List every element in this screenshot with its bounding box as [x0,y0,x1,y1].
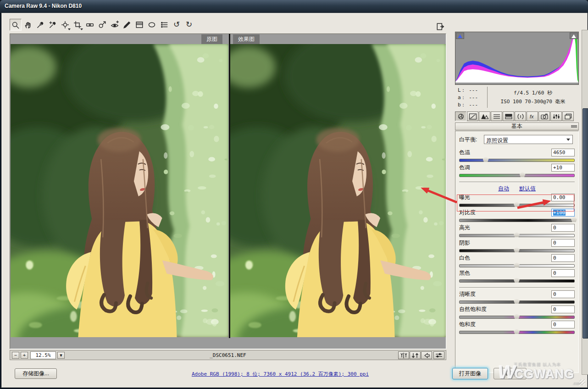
vibrance-slider[interactable] [459,316,575,319]
exif-exposure: f/4.5 1/60 秒 [488,89,578,97]
auto-link[interactable]: 自动 [498,185,509,192]
histogram-channel-white [455,36,578,83]
tint-slider-thumb[interactable] [520,172,526,177]
adjustment-brush-tool[interactable] [121,19,133,31]
blacks-value-input[interactable]: 0 [551,269,575,277]
temp-slider-thumb[interactable] [483,157,489,162]
highlights-value-input[interactable]: 0 [551,224,575,232]
toolbar: ↺↻ [10,19,446,33]
toggle-fullscreen-button[interactable] [435,21,446,31]
vibrance-value-input[interactable]: 0 [551,306,575,313]
lab-row: L： --- [458,87,485,94]
scrollbar-thumb[interactable] [582,108,588,339]
contrast-slider-thumb[interactable] [571,217,577,222]
shadow-clipping-toggle[interactable] [456,33,464,39]
exposure-label: 曝光 [459,194,470,200]
radial-filter-tool[interactable] [146,19,158,31]
contrast-slider[interactable] [459,219,575,222]
lab-row: a： --- [458,94,485,101]
swap-views-button[interactable] [410,351,421,359]
clarity-slider-thumb[interactable] [514,299,520,304]
cancel-button[interactable]: 取消 [494,368,527,379]
tab-original[interactable]: 原图 [201,34,222,44]
panel-tab-effects[interactable]: fx [527,111,538,121]
preview-status-bar: − + 12.5% ▾ _DSC0651.NEF [10,350,446,360]
shadows-slider-thumb[interactable] [514,247,520,252]
panel-tab-basic[interactable] [455,111,466,121]
open-image-button[interactable]: 打开图像 [452,368,488,379]
white-balance-label: 白平衡: [459,136,477,143]
straighten-tool[interactable] [84,19,96,31]
whites-value-input[interactable]: 0 [551,254,575,262]
saturation-slider-thumb[interactable] [514,329,520,334]
targeted-adjustment-tool[interactable] [59,19,71,31]
panel-tab-lens-corrections[interactable] [515,111,526,121]
saturation-slider[interactable] [459,331,575,334]
split-view-button[interactable] [398,351,409,359]
blacks-slider-thumb[interactable] [514,278,520,283]
red-eye-tool[interactable] [109,19,121,31]
temp-value-input[interactable]: 4650 [551,149,575,156]
workflow-options-link[interactable]: Adobe RGB (1998); 8 位; 7360 x 4912 (36.2… [152,371,409,378]
rotate-cw-tool[interactable]: ↻ [183,19,195,31]
crop-tool[interactable] [72,19,83,31]
copy-settings-button[interactable] [421,351,432,359]
white-balance-row: 白平衡: 原照设置 [459,135,575,149]
panel-tab-split-toning[interactable] [503,111,514,121]
shadows-value-input[interactable]: 0 [551,239,575,247]
panel-tab-snapshots[interactable] [562,111,574,121]
clarity-slider[interactable] [459,300,575,304]
tint-value-input[interactable]: +10 [551,164,575,172]
zoom-tool[interactable] [10,19,22,31]
tab-result[interactable]: 效果图 [233,34,260,44]
panel-tab-hsl-grayscale[interactable] [491,111,502,121]
white-balance-tool[interactable] [34,19,46,31]
hand-tool[interactable] [22,19,34,31]
whites-slider-thumb[interactable] [514,262,520,267]
blacks-label: 黑色 [459,270,470,276]
camera-raw-window: Camera Raw 9.4 - Nikon D810 ↺↻ 原图 效果图 [0,0,588,389]
contrast-value-input[interactable]: +100 [551,209,575,217]
saturation-value-input[interactable]: 0 [551,321,575,328]
slider-row-contrast: 对比度+100 [459,209,575,224]
panel-scrollbar[interactable] [582,30,588,375]
highlight-clipping-toggle[interactable] [570,33,578,39]
panel-tab-detail[interactable] [479,111,490,121]
save-image-button[interactable]: 存储图像... [15,368,57,379]
photo-pane-result[interactable] [230,44,446,337]
slider-row-tint: 色调+10 [459,164,575,179]
highlights-slider[interactable] [459,234,575,237]
preview-preferences-button[interactable] [433,351,444,359]
preferences-tool[interactable] [158,19,170,31]
defaults-link[interactable]: 默认值 [519,185,536,192]
graduated-filter-tool[interactable] [133,19,145,31]
whites-slider[interactable] [459,264,575,267]
histogram-plot [455,32,578,84]
highlights-slider-thumb[interactable] [514,232,520,237]
lab-readout: L： ---a： ---b： --- [458,87,485,109]
panel-tab-camera-calibration[interactable] [538,111,550,121]
window-titlebar[interactable]: Camera Raw 9.4 - Nikon D810 [0,0,588,13]
panel-tab-tone-curve[interactable] [467,111,478,121]
panel-tab-presets[interactable] [550,111,562,121]
blacks-slider[interactable] [459,279,575,283]
slider-row-shadows: 阴影0 [459,239,575,254]
exposure-value-input[interactable]: 0.00 [551,194,575,201]
photo-pane-original[interactable] [11,44,228,337]
exposure-slider[interactable] [459,204,575,207]
spot-removal-tool[interactable] [96,19,108,31]
contrast-label: 对比度 [459,209,476,216]
histogram[interactable] [455,32,579,85]
color-sampler-tool[interactable] [47,19,59,31]
rotate-ccw-tool[interactable]: ↺ [171,19,183,31]
white-balance-select[interactable]: 原照设置 [484,135,573,144]
temp-slider[interactable] [459,159,575,162]
panel-menu-icon[interactable] [571,125,577,128]
shadows-slider[interactable] [459,249,575,252]
vibrance-slider-thumb[interactable] [514,314,520,319]
resize-grip[interactable] [579,379,585,385]
exposure-slider-thumb[interactable] [514,202,520,207]
clarity-value-input[interactable]: 0 [551,290,575,298]
slider-row-clarity: 清晰度0 [459,290,575,306]
tint-slider[interactable] [459,174,575,177]
